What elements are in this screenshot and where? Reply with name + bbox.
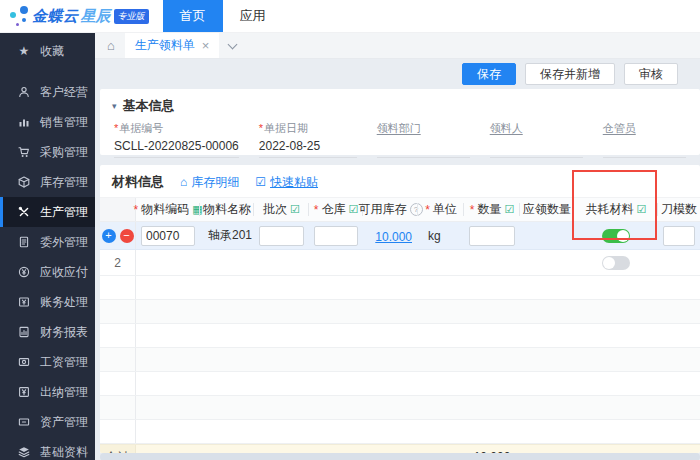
app-window: 金蝶云 星辰 专业版 首页 应用 ★ 收藏 客户经营 销售管理	[0, 0, 700, 460]
sidebar-item-financial-reports[interactable]: 财务报表	[0, 317, 95, 347]
home-icon[interactable]: ⌂	[107, 38, 115, 53]
nav-home[interactable]: 首页	[163, 0, 223, 32]
col-material-name[interactable]: 物料名称	[200, 198, 254, 221]
sidebar-item-label: 账务处理	[40, 294, 88, 311]
field-label: 单据编号	[119, 122, 163, 134]
logo-icon	[8, 3, 32, 29]
checkbox-icon[interactable]: ☑	[290, 203, 300, 216]
action-toolbar: 保存 保存并新增 审核	[95, 59, 700, 89]
sidebar-item-inventory[interactable]: 库存管理	[0, 167, 95, 197]
sidebar-item-label: 库存管理	[40, 174, 88, 191]
field-label: 领料人	[490, 122, 523, 134]
sidebar-item-payroll[interactable]: 工资管理	[0, 347, 95, 377]
field-label: 仓管员	[603, 122, 636, 134]
report-icon	[17, 326, 31, 338]
col-warehouse[interactable]: *仓库☑	[309, 198, 363, 221]
tab-production-picking[interactable]: 生产领料单 ×	[125, 33, 220, 58]
available-stock-link[interactable]: 10.000	[375, 230, 412, 244]
sidebar-item-purchase[interactable]: 采购管理	[0, 137, 95, 167]
row-number: 2	[100, 250, 136, 275]
section-title: 基本信息	[123, 97, 175, 115]
checkbox-icon[interactable]: ☑	[637, 203, 647, 216]
sidebar-item-label: 采购管理	[40, 144, 88, 161]
collapse-icon[interactable]: ▾	[112, 101, 117, 111]
save-and-new-button[interactable]: 保存并新增	[525, 63, 615, 85]
field-label: 单据日期	[264, 122, 308, 134]
sidebar: ★ 收藏 客户经营 销售管理 采购管理 库存管理 生产管理	[0, 33, 95, 460]
salary-icon	[17, 356, 31, 368]
sidebar-item-label: 生产管理	[40, 204, 88, 221]
asset-icon	[17, 416, 31, 428]
col-quantity[interactable]: *数量☑	[464, 198, 520, 221]
sidebar-item-sales[interactable]: 销售管理	[0, 107, 95, 137]
brand-logo: 金蝶云 星辰 专业版	[0, 3, 149, 29]
quick-paste-link[interactable]: ☑ 快速粘贴	[255, 174, 318, 191]
sidebar-item-label: 委外管理	[40, 234, 88, 251]
col-knife-count[interactable]: 刀模数	[658, 198, 700, 221]
tab-bar: ⌂ 生产领料单 ×	[95, 33, 700, 59]
save-button[interactable]: 保存	[462, 63, 516, 85]
nav-apps[interactable]: 应用	[223, 0, 283, 32]
horizontal-scrollbar[interactable]	[100, 453, 700, 460]
sidebar-item-favorites[interactable]: ★ 收藏	[0, 35, 95, 67]
sidebar-item-label: 应收应付	[40, 264, 88, 281]
sidebar-item-customer[interactable]: 客户经营	[0, 77, 95, 107]
table-row	[100, 324, 700, 348]
field-warehouse-keeper: 仓管员	[603, 121, 686, 158]
required-mark: *	[259, 122, 263, 134]
add-row-button[interactable]: +	[102, 229, 116, 243]
material-code-input[interactable]	[141, 226, 195, 246]
picking-department-input[interactable]	[377, 136, 470, 158]
cube-icon	[17, 176, 31, 188]
field-label: 领料部门	[377, 122, 421, 134]
close-icon[interactable]: ×	[202, 38, 210, 53]
col-due-quantity[interactable]: 应领数量	[520, 198, 574, 221]
inventory-detail-link[interactable]: ⌂ 库存明细	[180, 174, 239, 191]
cashier-icon	[17, 386, 31, 398]
quantity-input[interactable]	[469, 226, 515, 246]
table-row: 2	[100, 250, 700, 276]
checkbox-icon[interactable]: ☑	[348, 203, 358, 216]
brand-name-secondary: 星辰	[81, 7, 111, 26]
delete-row-button[interactable]: −	[120, 229, 134, 243]
sidebar-item-cashier[interactable]: 出纳管理	[0, 377, 95, 407]
inventory-icon: ⌂	[180, 175, 187, 189]
warehouse-keeper-input[interactable]	[603, 136, 686, 158]
sidebar-item-outsourcing[interactable]: 委外管理	[0, 227, 95, 257]
col-shared-material[interactable]: 共耗材料☑	[574, 198, 658, 221]
shared-material-toggle[interactable]	[602, 256, 630, 270]
table-row	[100, 396, 700, 420]
col-batch[interactable]: 批次☑	[254, 198, 309, 221]
knife-count-input[interactable]	[663, 226, 695, 246]
tools-icon	[17, 206, 31, 218]
sidebar-item-accounting[interactable]: 账务处理	[0, 287, 95, 317]
unit-cell: kg	[418, 229, 464, 243]
col-available-stock[interactable]: 可用库存?	[363, 198, 418, 221]
chevron-down-icon[interactable]	[228, 39, 238, 49]
required-mark: *	[114, 122, 118, 134]
batch-input[interactable]	[259, 226, 304, 246]
sidebar-item-base-data[interactable]: 基础资料	[0, 437, 95, 460]
sidebar-item-assets[interactable]: 资产管理	[0, 407, 95, 437]
col-unit[interactable]: *单位	[418, 198, 464, 221]
sidebar-item-production[interactable]: 生产管理	[0, 197, 95, 227]
shared-material-toggle[interactable]	[602, 229, 630, 243]
picker-input[interactable]	[490, 136, 583, 158]
sidebar-item-label: 客户经营	[40, 84, 88, 101]
tab-label: 生产领料单	[135, 37, 195, 54]
table-row	[100, 372, 700, 396]
total-row: 合计 10.000	[100, 444, 700, 453]
checkbox-icon[interactable]: ☑	[504, 203, 514, 216]
warehouse-input[interactable]	[314, 226, 358, 246]
table-header: *物料编码▦ 物料名称 批次☑ *仓库☑ 可用库存? *单位 *数量☑ 应领数量…	[100, 197, 700, 222]
bill-number-input[interactable]: SCLL-20220825-00006	[114, 136, 239, 158]
sidebar-item-receivable-payable[interactable]: 应收应付	[0, 257, 95, 287]
audit-button[interactable]: 审核	[624, 63, 678, 85]
sidebar-item-label: 基础资料	[40, 444, 88, 460]
sidebar-item-label: 资产管理	[40, 414, 88, 431]
brand-name-primary: 金蝶云	[32, 7, 79, 26]
document-icon	[17, 236, 31, 248]
sidebar-item-label: 销售管理	[40, 114, 88, 131]
bill-date-input[interactable]: 2022-08-25	[259, 136, 357, 158]
col-material-code[interactable]: *物料编码▦	[136, 198, 200, 221]
